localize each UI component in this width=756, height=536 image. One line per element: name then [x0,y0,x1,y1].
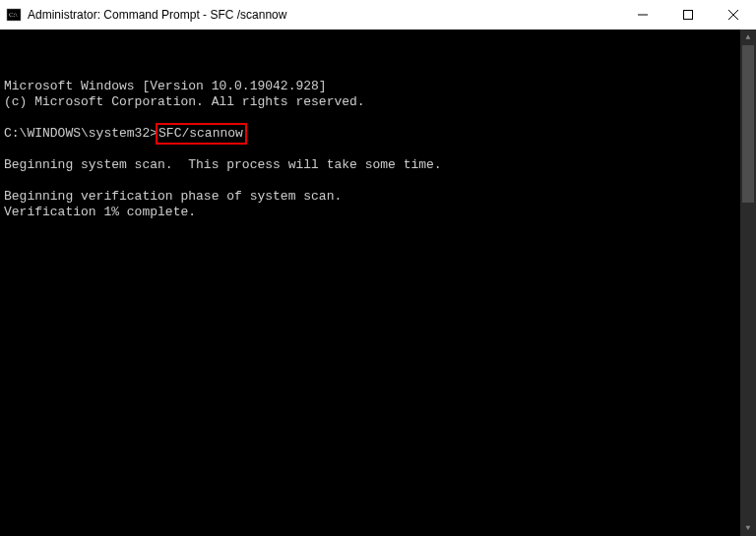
blank-line [4,142,736,157]
command-prompt-window: C:\ Administrator: Command Prompt - SFC … [0,0,756,536]
window-title: Administrator: Command Prompt - SFC /sca… [28,8,620,22]
maximize-button[interactable] [665,0,711,30]
close-button[interactable] [711,0,756,30]
scroll-down-icon[interactable]: ▼ [740,520,756,536]
minimize-button[interactable] [620,0,665,30]
output-line: Beginning verification phase of system s… [4,189,736,205]
scrollbar-thumb[interactable] [742,45,754,203]
vertical-scrollbar[interactable]: ▲ ▼ [740,30,756,536]
svg-rect-3 [684,11,693,20]
console-text: Microsoft Windows [Version 10.0.19042.92… [4,63,736,536]
app-icon: C:\ [6,7,22,23]
output-line: (c) Microsoft Corporation. All rights re… [4,94,736,110]
blank-line [4,173,736,189]
output-line: Verification 1% complete. [4,205,736,220]
output-line: Beginning system scan. This process will… [4,157,736,173]
scroll-up-icon[interactable]: ▲ [740,30,756,45]
command-text: SFC/scannow [158,126,243,141]
window-controls [620,0,756,30]
blank-line [4,110,736,126]
svg-text:C:\: C:\ [9,11,18,19]
console-area[interactable]: Microsoft Windows [Version 10.0.19042.92… [0,30,756,536]
highlighted-command: SFC/scannow [156,123,247,145]
prompt-text: C:\WINDOWS\system32> [4,126,158,141]
prompt-line: C:\WINDOWS\system32>SFC/scannow [4,126,736,142]
output-line: Microsoft Windows [Version 10.0.19042.92… [4,79,736,94]
titlebar[interactable]: C:\ Administrator: Command Prompt - SFC … [0,0,756,30]
